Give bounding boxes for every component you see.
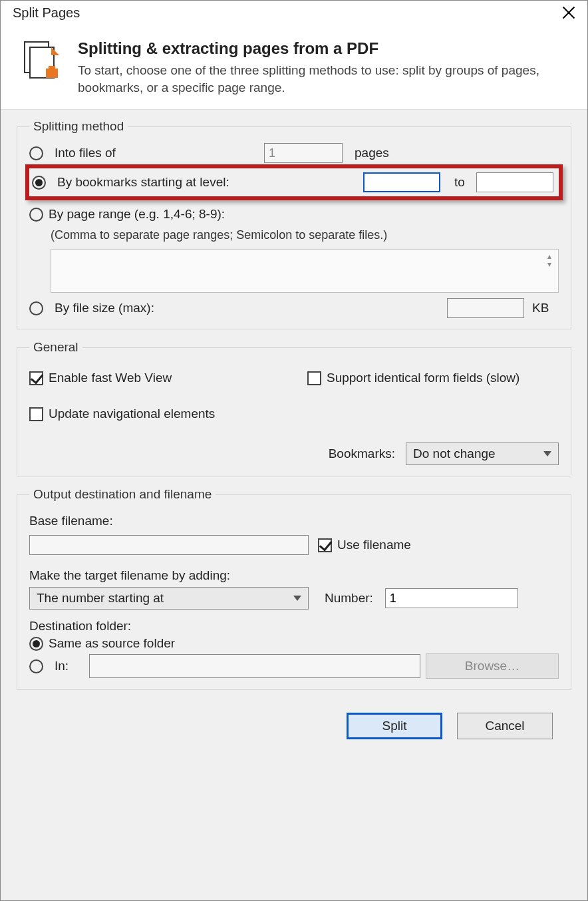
label-into-files: Into files of bbox=[55, 146, 259, 160]
checkbox-fast-web-view[interactable] bbox=[29, 371, 43, 385]
input-bookmark-level-from[interactable] bbox=[363, 172, 440, 192]
label-bookmarks: Bookmarks: bbox=[329, 447, 395, 461]
input-base-filename[interactable] bbox=[29, 535, 309, 555]
radio-same-as-source[interactable] bbox=[29, 637, 43, 651]
label-identical-form-fields: Support identical form fields (slow) bbox=[327, 371, 519, 385]
group-output: Output destination and filename Base fil… bbox=[17, 487, 571, 690]
checkbox-update-nav[interactable] bbox=[29, 407, 43, 421]
option-by-file-size: By file size (max): KB bbox=[29, 298, 559, 318]
header-description: To start, choose one of the three splitt… bbox=[78, 62, 569, 96]
browse-button-label: Browse… bbox=[465, 659, 519, 673]
close-icon[interactable] bbox=[561, 5, 577, 21]
option-into-files: Into files of pages bbox=[29, 143, 559, 163]
label-make-target: Make the target filename by adding: bbox=[29, 568, 559, 583]
checkbox-use-filename[interactable] bbox=[318, 538, 332, 552]
select-filename-mode-value: The number starting at bbox=[37, 591, 164, 606]
svg-rect-4 bbox=[49, 66, 55, 70]
svg-rect-3 bbox=[46, 69, 58, 78]
select-filename-mode[interactable]: The number starting at bbox=[29, 587, 309, 610]
option-by-bookmarks-highlight: By bookmarks starting at level: to bbox=[25, 164, 563, 200]
radio-by-file-size[interactable] bbox=[29, 301, 43, 315]
label-into-files-unit: pages bbox=[355, 146, 559, 160]
input-file-size[interactable] bbox=[447, 298, 524, 318]
input-bookmark-level-to[interactable] bbox=[476, 172, 553, 192]
radio-by-page-range[interactable] bbox=[29, 208, 43, 222]
label-update-nav: Update navigational elements bbox=[49, 407, 215, 421]
dialog-body: Splitting method Into files of pages By … bbox=[1, 110, 587, 900]
legend-output: Output destination and filename bbox=[29, 487, 216, 502]
checkbox-identical-form-fields[interactable] bbox=[307, 371, 321, 385]
label-use-filename: Use filename bbox=[337, 538, 411, 552]
split-button[interactable]: Split bbox=[347, 713, 442, 739]
legend-general: General bbox=[29, 340, 82, 355]
header-text: Splitting & extracting pages from a PDF … bbox=[78, 39, 569, 96]
label-to: to bbox=[448, 175, 471, 190]
window-title: Split Pages bbox=[13, 5, 80, 21]
select-bookmarks[interactable]: Do not change bbox=[406, 443, 559, 465]
split-pages-icon bbox=[19, 39, 62, 84]
label-base-filename: Base filename: bbox=[29, 514, 559, 528]
svg-marker-2 bbox=[51, 47, 59, 55]
title-bar: Split Pages bbox=[1, 1, 587, 26]
dialog-footer: Split Cancel bbox=[17, 701, 571, 754]
header-heading: Splitting & extracting pages from a PDF bbox=[78, 39, 569, 58]
group-general: General Enable fast Web View Support ide… bbox=[17, 340, 571, 476]
option-by-page-range: By page range (e.g. 1,4-6; 8-9): bbox=[29, 204, 559, 224]
browse-button[interactable]: Browse… bbox=[426, 653, 559, 679]
select-bookmarks-value: Do not change bbox=[413, 447, 496, 461]
input-page-range[interactable]: ▴▾ bbox=[51, 249, 559, 293]
page-range-note: (Comma to separate page ranges; Semicolo… bbox=[51, 228, 559, 242]
cancel-button[interactable]: Cancel bbox=[457, 713, 553, 739]
radio-by-bookmarks[interactable] bbox=[32, 176, 46, 190]
label-by-bookmarks: By bookmarks starting at level: bbox=[57, 175, 358, 190]
legend-splitting: Splitting method bbox=[29, 119, 128, 134]
chevron-down-icon bbox=[293, 596, 301, 601]
label-file-size-unit: KB bbox=[532, 301, 559, 315]
radio-in-folder[interactable] bbox=[29, 659, 43, 673]
label-by-file-size: By file size (max): bbox=[55, 301, 442, 315]
cancel-button-label: Cancel bbox=[485, 719, 524, 733]
label-same-as-source: Same as source folder bbox=[49, 636, 175, 651]
dialog-header: Splitting & extracting pages from a PDF … bbox=[1, 26, 587, 110]
input-into-files-count[interactable] bbox=[264, 143, 343, 163]
label-destination-folder: Destination folder: bbox=[29, 619, 559, 633]
input-in-folder-path[interactable] bbox=[89, 654, 420, 678]
input-number[interactable] bbox=[385, 588, 518, 608]
group-splitting-method: Splitting method Into files of pages By … bbox=[17, 119, 571, 329]
split-button-label: Split bbox=[382, 719, 407, 733]
label-by-page-range: By page range (e.g. 1,4-6; 8-9): bbox=[49, 207, 225, 222]
chevron-down-icon bbox=[543, 451, 551, 456]
label-in-folder: In: bbox=[55, 659, 84, 673]
scroll-arrows-icon[interactable]: ▴▾ bbox=[543, 252, 555, 268]
label-number: Number: bbox=[325, 591, 373, 606]
radio-into-files[interactable] bbox=[29, 146, 43, 160]
label-fast-web-view: Enable fast Web View bbox=[49, 371, 172, 385]
